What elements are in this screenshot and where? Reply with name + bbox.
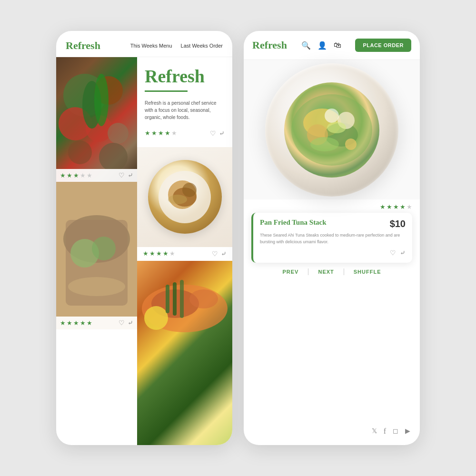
instagram-icon[interactable]: ◻: [393, 427, 398, 436]
svg-rect-24: [166, 285, 169, 313]
hs5: ★: [171, 129, 177, 137]
info-card-top: Pan Fried Tuna Stack $10: [260, 218, 406, 229]
d1s5: ★: [169, 250, 175, 258]
star-5: ★: [87, 172, 92, 179]
rating-row-top-image: ★ ★ ★ ★ ★ ♡ ⤶: [56, 169, 137, 182]
hs3: ★: [158, 129, 164, 137]
dish-share-icon[interactable]: ⤶: [400, 249, 406, 257]
content-top: Refresh Refresh is a personal chef servi…: [137, 57, 232, 147]
svg-point-33: [310, 137, 339, 151]
food-image-bottom: [56, 182, 137, 329]
d1s1: ★: [143, 250, 149, 258]
food-image-bottom-wrapper: ★ ★ ★ ★ ★ ♡ ⤶: [56, 182, 137, 329]
star-2: ★: [67, 172, 72, 179]
shuffle-button[interactable]: SHUFFLE: [354, 269, 381, 275]
svg-point-14: [68, 277, 125, 296]
cart-icon[interactable]: 🛍: [334, 41, 341, 50]
dish-name: Pan Fried Tuna Stack: [260, 218, 327, 227]
user-icon[interactable]: 👤: [317, 41, 327, 50]
share-icon-top[interactable]: ⤶: [128, 171, 133, 179]
share-icon-bottom[interactable]: ⤶: [128, 319, 133, 327]
rs2: ★: [387, 203, 392, 211]
salmon-svg: [137, 261, 232, 356]
facebook-icon[interactable]: f: [384, 427, 386, 436]
dish-plate-1: [148, 160, 222, 234]
svg-point-35: [327, 122, 346, 133]
svg-rect-26: [180, 280, 184, 318]
dish-heart-icon[interactable]: ♡: [390, 249, 396, 257]
salmon-image: [137, 261, 232, 445]
dish-price: $10: [390, 218, 406, 229]
svg-point-4: [108, 123, 129, 144]
nav-divider-1: [308, 268, 308, 275]
d1s4: ★: [163, 250, 169, 258]
dish-description: These Seared Ahi Tuna Steaks cooked to m…: [260, 232, 406, 245]
hero-title: Refresh: [145, 67, 225, 87]
svg-point-32: [325, 109, 339, 123]
svg-point-8: [99, 143, 128, 171]
hs4: ★: [165, 129, 170, 137]
star-3: ★: [73, 172, 79, 179]
food-image-top-wrapper: ★ ★ ★ ★ ★ ♡ ⤶: [56, 57, 137, 182]
svg-rect-25: [173, 282, 177, 316]
salad-svg: [284, 82, 379, 178]
svg-point-7: [68, 140, 92, 164]
dish-info-card: Pan Fried Tuna Stack $10 These Seared Ah…: [251, 213, 412, 263]
d1s2: ★: [149, 250, 155, 258]
hero-stars: ★ ★ ★ ★ ★: [145, 129, 177, 137]
star-b1: ★: [60, 319, 66, 327]
left-header: Refresh This Weeks Menu Last Weeks Order: [56, 31, 232, 57]
main-dish-area: [244, 60, 420, 199]
nav-this-week[interactable]: This Weeks Menu: [130, 43, 172, 49]
phone-left: Refresh This Weeks Menu Last Weeks Order: [56, 31, 232, 445]
next-button[interactable]: NEXT: [318, 269, 334, 275]
rs3: ★: [393, 203, 399, 211]
nav-divider-2: [344, 268, 344, 275]
svg-point-34: [345, 139, 357, 150]
right-logo: Refresh: [252, 39, 287, 51]
youtube-icon[interactable]: ▶: [405, 427, 410, 436]
food-image-top: [56, 57, 137, 182]
stars-top-image: ★ ★ ★ ★ ★: [60, 172, 92, 179]
twitter-icon[interactable]: 𝕏: [372, 427, 377, 436]
d1s3: ★: [156, 250, 162, 258]
hero-rating-row: ★ ★ ★ ★ ★ ♡ ⤶: [145, 129, 225, 138]
action-icons-bottom: ♡ ⤶: [119, 319, 133, 327]
heart-icon-top[interactable]: ♡: [119, 171, 125, 179]
card-bottom-icons: ♡ ⤶: [260, 249, 406, 257]
rs1: ★: [380, 203, 386, 211]
action-icons-top: ♡ ⤶: [119, 171, 133, 179]
svg-point-6: [94, 74, 109, 126]
heart-icon-bottom[interactable]: ♡: [119, 319, 125, 327]
dish1-share[interactable]: ⤶: [221, 250, 227, 258]
svg-point-23: [189, 289, 218, 308]
nav-last-week[interactable]: Last Weeks Order: [181, 43, 223, 49]
dish1-heart[interactable]: ♡: [212, 250, 218, 258]
dish-1-svg: [151, 164, 218, 230]
hero-action-icons: ♡ ⤶: [210, 129, 225, 138]
svg-point-22: [144, 306, 168, 330]
star-b3: ★: [73, 319, 79, 327]
description-text: Refresh is a personal chef service with …: [145, 99, 225, 121]
right-dish-stars: ★ ★ ★ ★ ★: [251, 203, 412, 211]
search-icon[interactable]: 🔍: [301, 41, 311, 50]
salmon-placeholder: [137, 261, 232, 445]
star-b2: ★: [67, 319, 72, 327]
svg-point-19: [168, 195, 187, 204]
salad-decoration: [284, 82, 379, 178]
title-underline: [145, 90, 188, 92]
hs2: ★: [151, 129, 157, 137]
place-order-button[interactable]: PLACE ORDER: [355, 39, 411, 52]
svg-point-13: [92, 237, 116, 260]
social-footer: 𝕏 f ◻ ▶: [244, 420, 420, 445]
hero-share-icon[interactable]: ⤶: [219, 129, 225, 138]
prev-button[interactable]: PREV: [282, 269, 298, 275]
dish1-stars: ★ ★ ★ ★ ★: [143, 250, 175, 258]
right-header: Refresh 🔍 👤 🛍 PLACE ORDER: [244, 31, 420, 60]
dish-image-1: [137, 147, 232, 247]
hero-heart-icon[interactable]: ♡: [210, 129, 216, 138]
star-1: ★: [60, 172, 66, 179]
food-images-column: ★ ★ ★ ★ ★ ♡ ⤶: [56, 57, 137, 445]
star-b4: ★: [80, 319, 86, 327]
rating-row-dish1: ★ ★ ★ ★ ★ ♡ ⤶: [137, 247, 232, 261]
